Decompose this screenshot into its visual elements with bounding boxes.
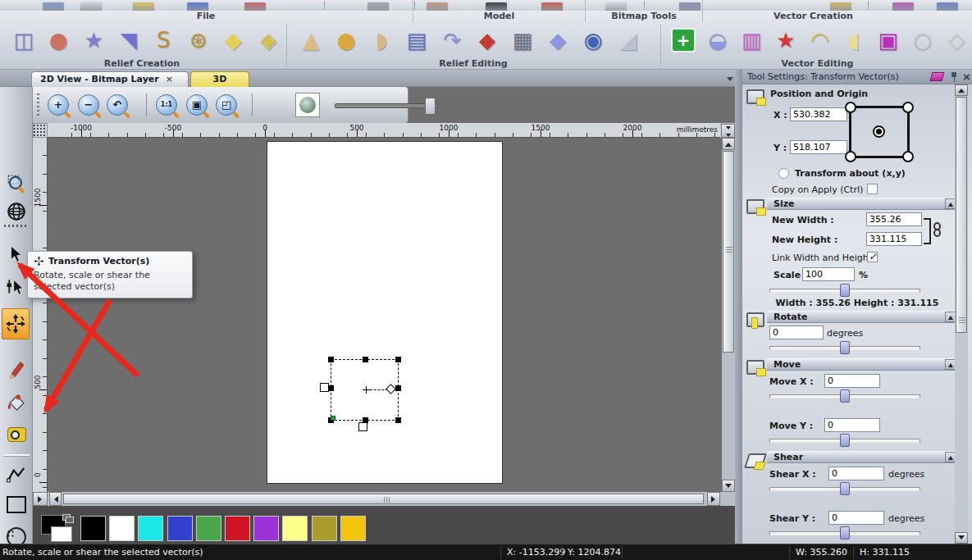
canvas-vertical-scrollbar[interactable]: [722, 138, 735, 492]
weld-vectors-icon[interactable]: ○: [907, 25, 938, 56]
panel-splitter[interactable]: [735, 70, 742, 544]
shear-x-slider[interactable]: [769, 483, 920, 494]
zoom-slider[interactable]: [335, 103, 438, 108]
stretch-handle-left[interactable]: [320, 383, 329, 392]
zoom-previous-button[interactable]: ↶: [107, 94, 128, 116]
freehand-draw-tool[interactable]: [5, 357, 28, 380]
move-x-input[interactable]: [824, 374, 880, 388]
select-vectors-tool[interactable]: [5, 243, 28, 266]
ruler-origin-button[interactable]: [33, 123, 48, 138]
scale-slider[interactable]: [769, 285, 920, 296]
ribbon-button-partial[interactable]: [486, 2, 507, 11]
ribbon-button-partial[interactable]: [605, 2, 627, 11]
handle-top-middle[interactable]: [363, 357, 368, 362]
star-shape-icon[interactable]: ★: [78, 25, 109, 56]
ribbon-button-partial[interactable]: [679, 2, 700, 11]
transform-center-icon[interactable]: [363, 386, 370, 394]
group-vectors-icon[interactable]: ▣: [873, 25, 904, 56]
smooth-relief-icon[interactable]: ▲: [295, 25, 326, 56]
scale-slider-handle[interactable]: [840, 284, 850, 297]
pin-panel-icon[interactable]: [950, 72, 958, 82]
zoom-extents-button[interactable]: ◰: [216, 94, 237, 116]
fillet-vectors-icon[interactable]: ◇: [941, 25, 972, 56]
block-create-icon[interactable]: +: [668, 25, 699, 56]
ribbon-group-file-label[interactable]: File: [0, 11, 412, 22]
ribbon-button-partial[interactable]: [187, 2, 208, 11]
palette-swatch-blue[interactable]: [167, 516, 193, 541]
angled-plane-icon[interactable]: ◆: [218, 25, 249, 56]
move-section-header[interactable]: Move: [767, 358, 957, 371]
close-panel-icon[interactable]: ×: [961, 71, 972, 83]
y-position-input[interactable]: [790, 140, 847, 154]
measure-tool[interactable]: [5, 423, 28, 446]
ribbon-group-model-label[interactable]: Model: [414, 11, 584, 22]
ribbon-button-partial[interactable]: [244, 2, 266, 11]
dome-vector-icon[interactable]: ◒: [702, 25, 733, 56]
new-width-input[interactable]: [866, 212, 922, 226]
ribbon-button-partial[interactable]: [541, 2, 563, 11]
tilt-plane-icon[interactable]: ◆: [542, 25, 573, 56]
flood-fill-tool[interactable]: [5, 392, 28, 415]
handle-top-right[interactable]: [395, 357, 401, 362]
x-position-input[interactable]: [790, 107, 847, 121]
copy-on-apply-checkbox[interactable]: [867, 184, 878, 194]
shear-x-slider-handle[interactable]: [840, 482, 850, 495]
panel-scroll-down-button[interactable]: [955, 532, 968, 544]
stretch-handle-bottom[interactable]: [358, 422, 367, 431]
create-rectangle-tool[interactable]: [5, 493, 28, 516]
zoom-in-button[interactable]: +: [48, 94, 69, 116]
ribbon-group-bitmap-tools-label[interactable]: Bitmap Tools: [586, 11, 701, 22]
node-editing-tool[interactable]: [5, 275, 28, 298]
vector-selection-box[interactable]: [331, 359, 399, 421]
sculpt-knob-icon[interactable]: ●: [331, 25, 362, 56]
pan-mode-button[interactable]: [33, 492, 48, 506]
shear-section-header[interactable]: Shear: [767, 451, 957, 463]
palette-swatch-white[interactable]: [109, 516, 135, 541]
move-y-slider-handle[interactable]: [840, 434, 850, 447]
tab-3d-view[interactable]: 3D View: [190, 71, 249, 87]
panel-scrollbar[interactable]: [955, 84, 968, 544]
rotate-section-header[interactable]: Rotate: [767, 311, 957, 323]
rotation-handle[interactable]: [386, 384, 396, 394]
wrap-relief-icon[interactable]: ↷: [436, 25, 468, 56]
ribbon-button-partial[interactable]: [830, 2, 851, 11]
palette-swatch-olive[interactable]: [312, 516, 337, 541]
transform-about-radio[interactable]: [778, 168, 789, 179]
ribbon-button-partial[interactable]: [427, 2, 448, 11]
scroll-down-button[interactable]: [722, 480, 735, 492]
zoom-window-tool[interactable]: [5, 172, 28, 195]
create-polyline-tool[interactable]: [5, 462, 28, 485]
canvas-2d-view[interactable]: [48, 138, 722, 492]
help-book-icon[interactable]: [930, 72, 945, 81]
ribbon-button-partial[interactable]: [892, 2, 914, 11]
texture-sphere-icon[interactable]: ◉: [577, 25, 609, 56]
move-y-slider[interactable]: [769, 435, 920, 446]
handle-top-left[interactable]: [328, 357, 334, 362]
envelope-cage-icon[interactable]: ▥: [736, 25, 767, 56]
emboss-book-icon[interactable]: ▤: [401, 25, 432, 56]
ribbon-button-partial[interactable]: [43, 2, 64, 11]
panel-scroll-up-button[interactable]: [955, 84, 968, 96]
erase-relief-icon[interactable]: ◗: [366, 25, 397, 56]
transform-vectors-tool[interactable]: [2, 308, 30, 339]
texture-wave-icon[interactable]: ★: [770, 25, 801, 56]
mirror-profile-icon[interactable]: ◖: [838, 25, 869, 56]
handle-middle-right[interactable]: [395, 385, 401, 391]
scroll-right-button[interactable]: [707, 492, 720, 506]
handle-bottom-right[interactable]: [395, 417, 401, 423]
ruler-options-button[interactable]: [721, 124, 735, 138]
canvas-horizontal-scrollbar[interactable]: [33, 492, 720, 506]
link-colors-icon[interactable]: [62, 514, 71, 521]
new-height-input[interactable]: [866, 232, 922, 246]
palette-swatch-black[interactable]: [80, 516, 106, 541]
palette-swatch-gold[interactable]: [340, 516, 366, 541]
ribbon-button-partial[interactable]: [80, 2, 102, 11]
paste-relief-icon[interactable]: ◫: [8, 25, 39, 56]
tab-2d-view[interactable]: 2D View - Bitmap Layer×: [31, 71, 189, 87]
size-section-header[interactable]: Size: [767, 198, 957, 210]
secondary-color-swatch[interactable]: [51, 526, 72, 542]
model-page[interactable]: [267, 141, 503, 484]
palette-swatch-purple[interactable]: [253, 516, 279, 541]
carve-edge-icon[interactable]: ◢: [613, 25, 644, 56]
arc-fit-icon[interactable]: ◠: [805, 25, 836, 56]
